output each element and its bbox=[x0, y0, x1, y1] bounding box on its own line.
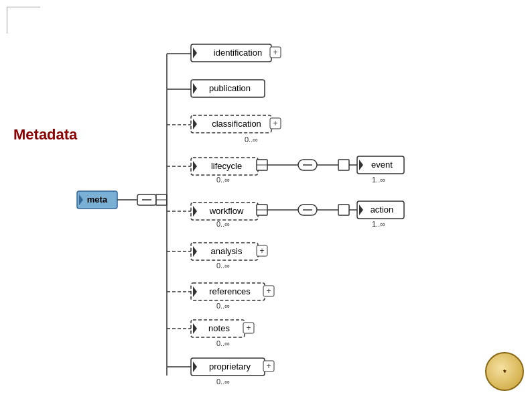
uml-diagram: meta identification + publication classi… bbox=[67, 13, 509, 386]
svg-text:classification: classification bbox=[212, 119, 261, 129]
svg-text:lifecycle: lifecycle bbox=[211, 161, 242, 171]
svg-text:analysis: analysis bbox=[211, 246, 243, 256]
svg-text:publication: publication bbox=[209, 83, 251, 93]
logo-circle: ⚜ bbox=[485, 352, 524, 391]
logo-text: ⚜ bbox=[503, 369, 507, 374]
svg-text:0..∞: 0..∞ bbox=[216, 378, 230, 386]
logo: ⚜ bbox=[485, 352, 525, 392]
svg-rect-53 bbox=[338, 205, 349, 215]
page-container: Metadata meta identification + publicati… bbox=[0, 0, 532, 399]
svg-text:references: references bbox=[209, 286, 251, 296]
svg-text:action: action bbox=[371, 205, 394, 215]
svg-text:event: event bbox=[371, 160, 393, 170]
svg-text:1..∞: 1..∞ bbox=[372, 220, 385, 228]
svg-text:+: + bbox=[266, 286, 271, 296]
svg-text:1..∞: 1..∞ bbox=[372, 176, 385, 184]
svg-text:0..∞: 0..∞ bbox=[216, 220, 230, 228]
svg-rect-36 bbox=[338, 160, 349, 170]
svg-text:meta: meta bbox=[87, 194, 108, 205]
svg-text:+: + bbox=[273, 119, 277, 128]
svg-text:+: + bbox=[259, 246, 264, 255]
svg-text:0..∞: 0..∞ bbox=[216, 262, 230, 270]
svg-text:workflow: workflow bbox=[209, 206, 244, 216]
corner-decoration bbox=[7, 7, 40, 34]
svg-text:identification: identification bbox=[214, 48, 262, 58]
svg-text:0..∞: 0..∞ bbox=[216, 176, 230, 184]
svg-text:0..∞: 0..∞ bbox=[216, 339, 230, 347]
svg-text:notes: notes bbox=[208, 323, 230, 333]
svg-text:0..∞: 0..∞ bbox=[245, 135, 258, 144]
svg-text:+: + bbox=[273, 48, 277, 57]
svg-text:proprietary: proprietary bbox=[209, 361, 251, 372]
svg-text:+: + bbox=[266, 361, 271, 371]
svg-text:0..∞: 0..∞ bbox=[216, 302, 230, 310]
svg-text:+: + bbox=[246, 323, 251, 333]
